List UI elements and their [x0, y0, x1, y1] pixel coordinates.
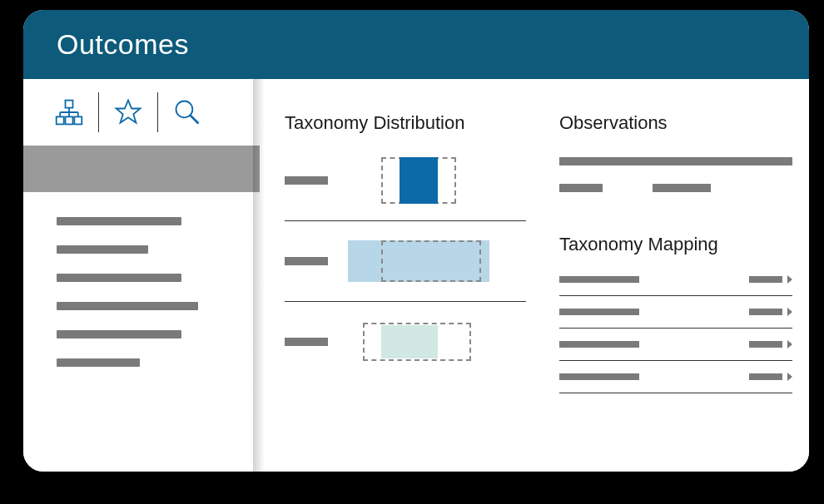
mapping-row[interactable] — [559, 264, 792, 296]
sidebar-list — [23, 192, 260, 383]
mapping-value-stub — [749, 341, 782, 348]
sidebar — [23, 79, 260, 472]
svg-rect-0 — [66, 101, 73, 108]
search-icon — [172, 97, 202, 127]
svg-point-10 — [176, 101, 193, 118]
star-button[interactable] — [99, 91, 157, 134]
sidebar-item[interactable] — [57, 217, 181, 225]
observation-item — [559, 184, 792, 192]
distribution-chart — [348, 319, 526, 365]
page-title: Outcomes — [57, 28, 189, 60]
mapping-value-stub — [749, 276, 782, 283]
mapping-label — [559, 309, 639, 315]
app-card: Outcomes — [23, 10, 809, 472]
sidebar-item[interactable] — [57, 330, 181, 338]
caret-right-icon — [787, 275, 792, 284]
mapping-value-stub — [749, 309, 782, 315]
page-header: Outcomes — [23, 10, 809, 79]
section-title-observations: Observations — [559, 112, 792, 134]
mapping-value — [749, 373, 792, 381]
distribution-value-box — [381, 325, 438, 358]
mapping-label — [559, 373, 639, 380]
svg-rect-1 — [57, 116, 64, 124]
distribution-chart — [348, 238, 526, 284]
section-title-taxonomy-distribution: Taxonomy Distribution — [285, 112, 526, 134]
observations-section: Observations — [559, 112, 792, 234]
mapping-row[interactable] — [559, 296, 792, 329]
svg-marker-9 — [117, 101, 141, 123]
svg-line-11 — [191, 116, 199, 124]
distribution-value-box — [400, 157, 438, 204]
main-content: Taxonomy Distribution — [260, 79, 809, 472]
sidebar-item[interactable] — [57, 302, 198, 310]
caret-right-icon — [787, 308, 792, 316]
mapping-label — [559, 341, 639, 348]
sidebar-toolbar — [23, 79, 260, 146]
sidebar-item[interactable] — [57, 245, 148, 254]
hierarchy-icon — [54, 97, 84, 127]
star-icon — [113, 97, 143, 127]
distribution-range-box — [381, 240, 481, 282]
distribution-label — [285, 257, 328, 265]
mapping-list — [559, 264, 792, 393]
sidebar-selected-item[interactable] — [23, 146, 260, 192]
observation-stub — [653, 184, 711, 192]
taxonomy-distribution-section: Taxonomy Distribution — [285, 112, 526, 455]
distribution-row — [285, 157, 526, 221]
mapping-value — [749, 308, 792, 316]
right-column: Observations Taxonomy Mapping — [559, 112, 792, 455]
mapping-value-stub — [749, 373, 782, 380]
search-button[interactable] — [158, 91, 216, 134]
sidebar-item[interactable] — [57, 358, 140, 367]
section-title-taxonomy-mapping: Taxonomy Mapping — [559, 234, 792, 255]
observation-stub — [559, 184, 603, 192]
mapping-label — [559, 276, 639, 283]
distribution-label — [285, 338, 328, 346]
caret-right-icon — [787, 340, 792, 348]
hierarchy-button[interactable] — [40, 91, 98, 134]
taxonomy-mapping-section: Taxonomy Mapping — [559, 234, 792, 393]
mapping-row[interactable] — [559, 329, 792, 361]
app-body: Taxonomy Distribution — [23, 79, 809, 472]
distribution-chart — [348, 157, 526, 204]
svg-rect-2 — [66, 116, 73, 124]
distribution-row — [285, 319, 526, 382]
mapping-value — [749, 275, 792, 284]
observation-item — [559, 157, 792, 166]
observations-list — [559, 157, 792, 192]
distribution-label — [285, 176, 328, 185]
mapping-row[interactable] — [559, 361, 792, 393]
distribution-row — [285, 238, 526, 302]
caret-right-icon — [787, 373, 792, 381]
sidebar-item[interactable] — [57, 274, 181, 282]
mapping-value — [749, 340, 792, 348]
svg-rect-3 — [74, 116, 82, 124]
